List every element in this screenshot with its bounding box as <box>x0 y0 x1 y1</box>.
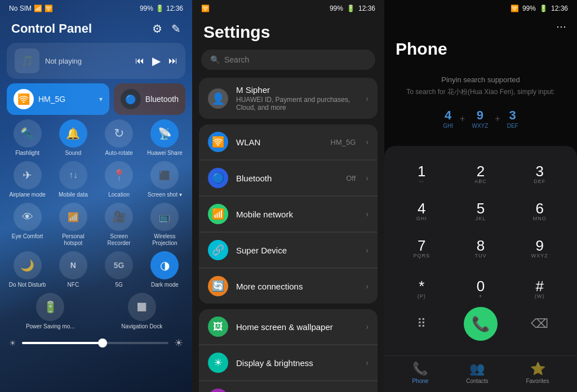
settings-search-bar[interactable]: 🔍 Search <box>201 50 375 70</box>
account-item[interactable]: 👤 M Sipher HUAWEI ID, Payment and purcha… <box>199 78 378 119</box>
bluetooth-settings-icon: 🔵 <box>208 168 228 188</box>
favorites-tab-label: Favorites <box>526 378 549 384</box>
wlan-icon: 🛜 <box>208 132 228 152</box>
prev-track-button[interactable]: ⏮ <box>135 56 144 66</box>
5g-button[interactable]: 5G 5G <box>99 251 140 288</box>
navigation-dock-button[interactable]: ⬜ Navigation Dock <box>99 293 186 330</box>
quick-actions-grid: 🔦 Flashlight 🔔 Sound ↻ Auto-rotate 📡 Hua… <box>7 119 185 288</box>
mobile-data-button[interactable]: ↑↓ Mobile data <box>52 161 94 198</box>
screen-recorder-button[interactable]: 🎥 Screen Recorder <box>99 203 140 247</box>
wlan-item[interactable]: 🛜 WLAN HM_5G › <box>199 124 378 160</box>
music-player: 🎵 Not playing ⏮ ▶ ⏭ <box>7 43 185 79</box>
pinyin-key-3: 3 DEF <box>507 108 518 129</box>
settings-title: Settings <box>192 17 384 50</box>
brightness-thumb[interactable] <box>98 338 107 348</box>
nfc-button[interactable]: N NFC <box>52 251 94 288</box>
bluetooth-label: Bluetooth <box>236 173 338 183</box>
dialpad-grid-icon: ⠿ <box>417 317 426 331</box>
wireless-projection-icon: 📺 <box>150 203 179 231</box>
dial-key-1[interactable]: 1 ◦◦ <box>393 157 450 192</box>
airplane-mode-button[interactable]: ✈ Airplane mode <box>7 161 48 198</box>
account-name: M Sipher <box>236 85 358 95</box>
phone-nav-contacts[interactable]: 👥 Contacts <box>466 362 488 384</box>
auto-rotate-label: Auto-rotate <box>105 150 132 157</box>
call-button[interactable]: 📞 <box>464 307 498 341</box>
auto-rotate-button[interactable]: ↻ Auto-rotate <box>99 119 140 157</box>
backspace-icon: ⌫ <box>531 317 548 331</box>
dial-key-8[interactable]: 8 TUV <box>452 231 509 266</box>
bluetooth-toggle[interactable]: 🔵 Bluetooth <box>114 83 185 115</box>
dial-key-star[interactable]: * (P) <box>393 272 450 307</box>
personal-hotspot-button[interactable]: 📶 Personal hotspot <box>52 203 94 247</box>
next-track-button[interactable]: ⏭ <box>168 56 177 66</box>
settings-icon[interactable]: ⚙ <box>152 22 162 35</box>
airplane-icon: ✈ <box>14 161 42 189</box>
phone-nav-favorites[interactable]: ⭐ Favorites <box>526 362 549 384</box>
bluetooth-value: Off <box>346 174 356 182</box>
cp-header: Control Panel ⚙ ✎ <box>0 17 192 43</box>
dark-mode-button[interactable]: ◑ Dark mode <box>144 251 185 288</box>
home-screen-item[interactable]: 🖼 Home screen & wallpaper › <box>199 309 378 345</box>
mobile-data-label: Mobile data <box>59 191 88 198</box>
call-icon: 📞 <box>472 315 490 333</box>
dialpad-action-row: ⠿ 📞 ⌫ <box>393 307 568 341</box>
bluetooth-icon: 🔵 <box>121 89 141 109</box>
flashlight-icon: 🔦 <box>14 119 42 148</box>
power-row: 🔋 Power Saving mo... ⬜ Navigation Dock <box>7 293 185 330</box>
dial-key-hash[interactable]: # (W) <box>511 272 568 307</box>
call-button-wrapper: 📞 <box>452 307 509 341</box>
power-saving-button[interactable]: 🔋 Power Saving mo... <box>7 293 94 330</box>
settings-status-icons: 99% 🔋 12:36 <box>330 5 375 12</box>
sounds-icon: 🔊 <box>208 389 228 392</box>
screenshot-button[interactable]: ⬛ Screen shot ▾ <box>144 161 185 198</box>
play-button[interactable]: ▶ <box>152 54 161 68</box>
backspace-button[interactable]: ⌫ <box>511 310 568 338</box>
do-not-disturb-button[interactable]: 🌙 Do Not Disturb <box>7 251 48 288</box>
sound-label: Sound <box>65 150 81 157</box>
super-device-label: Super Device <box>236 246 358 255</box>
dial-key-3[interactable]: 3 DEF <box>511 157 568 192</box>
dial-key-5[interactable]: 5 JKL <box>452 194 509 229</box>
huawei-share-button[interactable]: 📡 Huawei Share <box>144 119 185 157</box>
navigation-dock-label: Navigation Dock <box>121 323 162 330</box>
connectivity-row: 🛜 HM_5G ▾ 🔵 Bluetooth <box>7 83 185 115</box>
wifi-toggle[interactable]: 🛜 HM_5G ▾ <box>7 83 109 115</box>
cp-battery-time: 99% 🔋 12:36 <box>140 5 183 12</box>
settings-list: 👤 M Sipher HUAWEI ID, Payment and purcha… <box>192 78 384 392</box>
5g-icon: 5G <box>105 251 133 279</box>
sounds-vibration-item[interactable]: 🔊 Sounds & vibration › <box>199 381 378 392</box>
dial-key-7[interactable]: 7 PQRS <box>393 231 450 266</box>
huawei-share-label: Huawei Share <box>147 150 183 157</box>
cp-header-actions: ⚙ ✎ <box>152 22 181 35</box>
cp-carrier: No SIM 📶 🛜 <box>9 5 53 12</box>
contacts-tab-label: Contacts <box>466 378 488 384</box>
eye-comfort-button[interactable]: 👁 Eye Comfort <box>7 203 48 247</box>
mobile-network-item[interactable]: 📶 Mobile network › <box>199 197 378 232</box>
mobile-data-icon: ↑↓ <box>59 161 87 189</box>
bluetooth-item[interactable]: 🔵 Bluetooth Off › <box>199 161 378 196</box>
sound-button[interactable]: 🔔 Sound <box>52 119 94 157</box>
display-brightness-item[interactable]: ☀ Display & brightness › <box>199 345 378 381</box>
brightness-slider[interactable] <box>22 342 168 344</box>
dnd-label: Do Not Disturb <box>9 282 46 288</box>
screen-recorder-label: Screen Recorder <box>99 233 140 247</box>
location-button[interactable]: 📍 Location <box>99 161 140 198</box>
screen-recorder-icon: 🎥 <box>105 203 133 231</box>
wifi-name: HM_5G <box>38 95 65 104</box>
dial-key-6[interactable]: 6 MNO <box>511 194 568 229</box>
dial-key-9[interactable]: 9 WXYZ <box>511 231 568 266</box>
phone-header: ⋯ <box>384 17 577 37</box>
location-icon: 📍 <box>105 161 133 189</box>
wireless-projection-button[interactable]: 📺 Wireless Projection <box>144 203 185 247</box>
phone-nav-phone[interactable]: 📞 Phone <box>412 362 428 384</box>
sound-icon: 🔔 <box>59 119 87 148</box>
dial-key-4[interactable]: 4 GHI <box>393 194 450 229</box>
edit-icon[interactable]: ✎ <box>171 22 181 35</box>
more-options-icon[interactable]: ⋯ <box>556 20 568 33</box>
more-connections-item[interactable]: 🔄 More connections › <box>199 269 378 304</box>
dial-key-2[interactable]: 2 ABC <box>452 157 509 192</box>
dial-key-0[interactable]: 0 + <box>452 272 509 307</box>
super-device-item[interactable]: 🔗 Super Device › <box>199 233 378 268</box>
dialpad-grid-button[interactable]: ⠿ <box>393 310 450 338</box>
flashlight-button[interactable]: 🔦 Flashlight <box>7 119 48 157</box>
